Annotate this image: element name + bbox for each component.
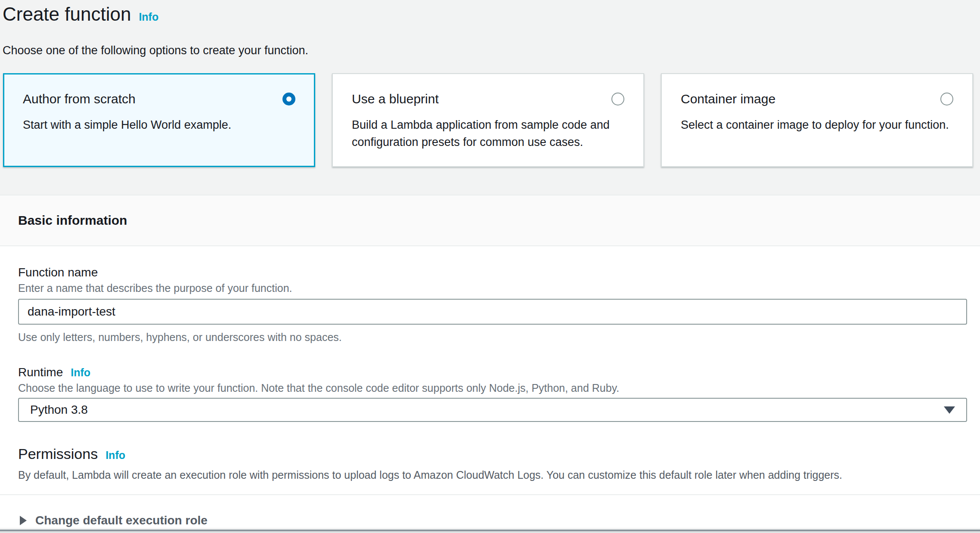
caret-right-icon — [20, 516, 27, 525]
basic-information-body: Function name Enter a name that describe… — [0, 246, 980, 481]
card-head: Use a blueprint — [352, 91, 624, 107]
basic-information-panel: Basic information Function name Enter a … — [0, 195, 980, 528]
permissions-heading: Permissions — [18, 445, 98, 462]
permissions-section: Permissions Info By default, Lambda will… — [18, 445, 967, 481]
permissions-heading-row: Permissions Info — [18, 445, 967, 462]
basic-information-heading: Basic information — [18, 213, 962, 228]
page-title-info-link[interactable]: Info — [139, 11, 158, 23]
chevron-down-icon — [944, 406, 955, 414]
radio-container-image[interactable] — [940, 93, 953, 105]
page-subtitle: Choose one of the following options to c… — [2, 43, 977, 58]
function-name-constraint: Use only letters, numbers, hyphens, or u… — [18, 331, 967, 344]
card-head: Author from scratch — [23, 91, 295, 107]
runtime-description: Choose the language to use to write your… — [18, 381, 967, 394]
change-default-execution-role-expander[interactable]: Change default execution role — [0, 495, 980, 528]
permissions-description: By default, Lambda will create an execut… — [18, 468, 967, 481]
create-function-page: Create function Info Choose one of the f… — [0, 0, 980, 167]
card-description: Build a Lambda application from sample c… — [352, 116, 624, 151]
card-head: Container image — [681, 91, 953, 107]
runtime-label: Runtime — [18, 365, 63, 380]
runtime-selected-value: Python 3.8 — [30, 403, 88, 417]
runtime-label-row: Runtime Info — [18, 365, 967, 380]
runtime-info-link[interactable]: Info — [71, 366, 90, 379]
radio-author-from-scratch[interactable] — [282, 93, 295, 105]
card-use-a-blueprint[interactable]: Use a blueprint Build a Lambda applicati… — [332, 73, 644, 167]
function-name-label: Function name — [18, 265, 967, 280]
function-name-description: Enter a name that describes the purpose … — [18, 282, 967, 294]
card-author-from-scratch[interactable]: Author from scratch Start with a simple … — [3, 73, 315, 167]
expander-label: Change default execution role — [35, 513, 208, 528]
card-container-image[interactable]: Container image Select a container image… — [661, 73, 973, 167]
card-title: Container image — [681, 91, 775, 107]
page-title-row: Create function Info — [2, 3, 977, 26]
runtime-select[interactable]: Python 3.8 — [18, 398, 967, 422]
runtime-field-group: Runtime Info Choose the language to use … — [18, 365, 967, 422]
card-description: Start with a simple Hello World example. — [23, 116, 295, 133]
basic-information-header: Basic information — [0, 195, 980, 246]
bottom-border-line-light — [0, 531, 980, 533]
radio-use-a-blueprint[interactable] — [611, 93, 624, 105]
permissions-info-link[interactable]: Info — [105, 449, 125, 462]
card-title: Use a blueprint — [352, 91, 439, 107]
function-name-input[interactable] — [18, 299, 967, 325]
page-title: Create function — [3, 3, 131, 26]
card-description: Select a container image to deploy for y… — [681, 116, 953, 133]
creation-option-cards: Author from scratch Start with a simple … — [3, 73, 973, 167]
function-name-field-group: Function name Enter a name that describe… — [18, 265, 967, 344]
card-title: Author from scratch — [23, 91, 136, 107]
